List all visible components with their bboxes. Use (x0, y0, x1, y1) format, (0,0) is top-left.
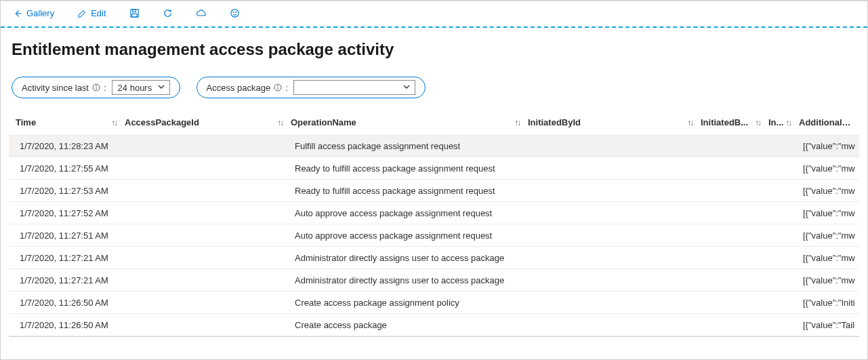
activity-since-value: 24 hours (118, 83, 152, 93)
table-row[interactable]: 1/7/2020, 11:27:52 AMAuto approve access… (9, 202, 859, 224)
table-row[interactable]: 1/7/2020, 11:27:21 AMAdministrator direc… (9, 247, 859, 269)
cell-operation-name: Ready to fulfill access package assignme… (287, 186, 524, 196)
column-header-operation-name[interactable]: OperationName ↑↓ (287, 117, 524, 127)
results-grid: Time ↑↓ AccessPackageId ↑↓ OperationName… (9, 117, 859, 337)
workbook-content: Entitlement management access package ac… (1, 28, 867, 337)
column-header-time[interactable]: Time ↑↓ (9, 117, 121, 127)
svg-point-4 (230, 9, 238, 17)
activity-since-select[interactable]: 24 hours (112, 80, 170, 95)
column-header-additional-details[interactable]: AdditionalDeta (795, 117, 859, 127)
grid-header-row: Time ↑↓ AccessPackageId ↑↓ OperationName… (9, 117, 859, 135)
cell-time: 1/7/2020, 11:27:52 AM (9, 208, 121, 218)
column-header-initiated-by-upn[interactable]: InitiatedB... ↑↓ (697, 117, 764, 127)
cell-operation-name: Auto approve access package assignment r… (287, 208, 524, 218)
info-icon (91, 83, 101, 92)
svg-point-5 (233, 12, 234, 13)
sort-icon: ↑↓ (277, 118, 283, 127)
table-row[interactable]: 1/7/2020, 11:27:51 AMAuto approve access… (9, 224, 859, 247)
cell-time: 1/7/2020, 11:27:55 AM (9, 163, 121, 174)
sort-icon: ↑↓ (687, 118, 693, 127)
cell-operation-name: Create access package assignment policy (287, 298, 524, 308)
arrow-left-icon (13, 9, 22, 18)
cell-additional-details: [{"value":"mwah (795, 253, 859, 263)
svg-point-9 (96, 85, 96, 86)
access-package-select[interactable] (293, 80, 415, 95)
cloud-button[interactable] (192, 7, 211, 20)
column-header-access-package-id[interactable]: AccessPackageId ↑↓ (121, 117, 287, 127)
activity-since-label: Activity since last : (22, 83, 106, 93)
cell-additional-details: [{"value":"Initial (795, 298, 859, 308)
command-bar: Gallery Edit (1, 1, 867, 28)
cell-time: 1/7/2020, 11:26:50 AM (9, 298, 121, 308)
cell-time: 1/7/2020, 11:27:21 AM (9, 253, 121, 263)
smiley-icon (230, 8, 240, 18)
cell-additional-details: [{"value":"mwah (795, 141, 859, 151)
table-row[interactable]: 1/7/2020, 11:27:53 AMReady to fulfill ac… (9, 180, 859, 202)
save-icon (129, 8, 140, 18)
refresh-icon (163, 8, 173, 18)
cell-time: 1/7/2020, 11:27:53 AM (9, 186, 121, 196)
cell-additional-details: [{"value":"mwah (795, 186, 859, 196)
info-icon (273, 83, 283, 92)
table-row[interactable]: 1/7/2020, 11:27:21 AMAdministrator direc… (9, 269, 859, 292)
gallery-label: Gallery (26, 8, 54, 18)
cell-additional-details: [{"value":"mwah (795, 275, 859, 285)
edit-button[interactable]: Edit (73, 7, 110, 20)
access-package-label: Access package : (207, 83, 288, 93)
sort-icon: ↑↓ (755, 118, 760, 127)
refresh-button[interactable] (159, 7, 177, 20)
cell-time: 1/7/2020, 11:27:21 AM (9, 275, 121, 285)
save-button[interactable] (125, 7, 144, 20)
cell-time: 1/7/2020, 11:28:23 AM (9, 141, 121, 151)
table-row[interactable]: 1/7/2020, 11:26:50 AMCreate access packa… (9, 292, 859, 314)
column-header-initiated-by-id[interactable]: InitiatedById ↑↓ (524, 117, 697, 127)
access-package-filter[interactable]: Access package : (197, 77, 426, 98)
cloud-icon (196, 8, 207, 18)
chevron-down-icon (402, 83, 411, 93)
svg-rect-3 (131, 14, 137, 17)
edit-label: Edit (91, 8, 106, 18)
svg-point-12 (278, 85, 278, 86)
grid-bottom-border (9, 336, 859, 337)
cell-operation-name: Auto approve access package assignment r… (287, 231, 524, 241)
sort-icon: ↑↓ (785, 118, 791, 127)
svg-rect-2 (132, 9, 136, 12)
cell-operation-name: Create access package (287, 320, 524, 330)
cell-operation-name: Fulfill access package assignment reques… (287, 141, 524, 151)
chevron-down-icon (157, 83, 165, 93)
pencil-icon (77, 9, 87, 18)
column-header-initiated-by-res[interactable]: In... ↑↓ (764, 117, 795, 127)
sort-icon: ↑↓ (514, 118, 520, 127)
feedback-button[interactable] (226, 7, 244, 20)
cell-additional-details: [{"value":"mwah (795, 231, 859, 241)
back-gallery-button[interactable]: Gallery (9, 7, 58, 20)
cell-operation-name: Administrator directly assigns user to a… (287, 275, 524, 285)
table-row[interactable]: 1/7/2020, 11:26:50 AMCreate access packa… (9, 314, 859, 336)
table-row[interactable]: 1/7/2020, 11:28:23 AMFulfill access pack… (9, 135, 859, 157)
sort-icon: ↑↓ (111, 118, 117, 127)
grid-body: 1/7/2020, 11:28:23 AMFulfill access pack… (9, 135, 859, 336)
page-title: Entitlement management access package ac… (12, 40, 859, 59)
cell-time: 1/7/2020, 11:26:50 AM (9, 320, 121, 330)
filter-bar: Activity since last : 24 hours Access pa… (12, 77, 859, 98)
cell-operation-name: Ready to fulfill access package assignme… (287, 163, 524, 174)
activity-since-filter[interactable]: Activity since last : 24 hours (12, 77, 180, 98)
table-row[interactable]: 1/7/2020, 11:27:55 AMReady to fulfill ac… (9, 157, 859, 180)
cell-additional-details: [{"value":"mwah (795, 163, 859, 174)
svg-point-6 (236, 12, 236, 13)
app-window: Gallery Edit (0, 0, 868, 360)
cell-operation-name: Administrator directly assigns user to a… (287, 253, 524, 263)
cell-time: 1/7/2020, 11:27:51 AM (9, 231, 121, 241)
cell-additional-details: [{"value":"mwah (795, 208, 859, 218)
cell-additional-details: [{"value":"Tailspi (795, 320, 859, 330)
